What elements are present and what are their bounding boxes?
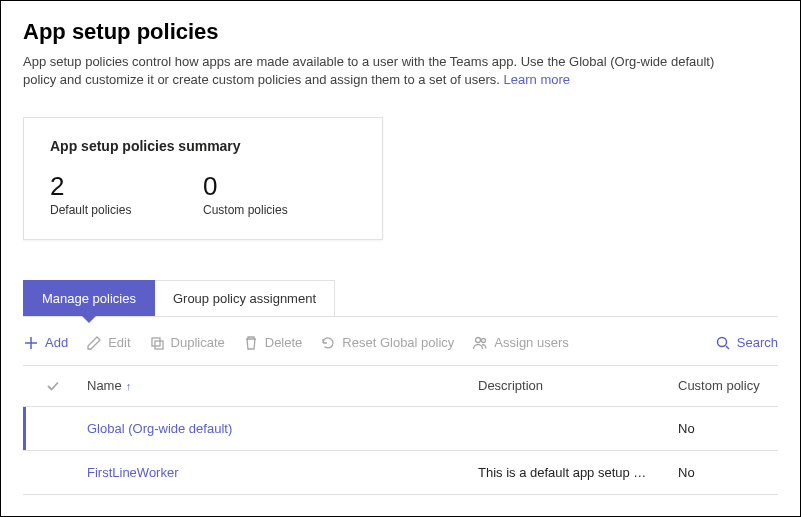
delete-button[interactable]: Delete: [243, 335, 303, 351]
col-name-label: Name: [87, 378, 122, 393]
policy-custom-value: No: [678, 465, 778, 480]
table-row[interactable]: Global (Org-wide default) No: [23, 407, 778, 451]
search-box[interactable]: Search: [715, 335, 778, 351]
tab-manage-policies[interactable]: Manage policies: [23, 280, 155, 316]
edit-label: Edit: [108, 335, 130, 350]
col-description-header[interactable]: Description: [478, 378, 678, 393]
policies-table: Name ↑ Description Custom policy Global …: [23, 366, 778, 495]
summary-default-label: Default policies: [50, 203, 203, 217]
summary-default-count: 2: [50, 172, 203, 201]
summary-default-stat: 2 Default policies: [50, 172, 203, 217]
toolbar: Add Edit Duplicate Delete Reset Global p…: [23, 317, 778, 366]
add-button[interactable]: Add: [23, 335, 68, 351]
summary-title: App setup policies summary: [50, 138, 356, 154]
edit-button[interactable]: Edit: [86, 335, 130, 351]
page-description-text: App setup policies control how apps are …: [23, 54, 714, 87]
policy-name-link[interactable]: Global (Org-wide default): [87, 421, 232, 436]
summary-custom-label: Custom policies: [203, 203, 356, 217]
duplicate-icon: [149, 335, 165, 351]
svg-point-6: [717, 337, 726, 346]
assign-label: Assign users: [494, 335, 568, 350]
plus-icon: [23, 335, 39, 351]
summary-custom-count: 0: [203, 172, 356, 201]
table-header: Name ↑ Description Custom policy: [23, 366, 778, 407]
summary-card: App setup policies summary 2 Default pol…: [23, 117, 383, 240]
col-custom-header[interactable]: Custom policy: [678, 378, 778, 393]
table-row[interactable]: FirstLineWorker This is a default app se…: [23, 451, 778, 495]
svg-point-4: [476, 337, 481, 342]
duplicate-button[interactable]: Duplicate: [149, 335, 225, 351]
users-icon: [472, 335, 488, 351]
page-title: App setup policies: [23, 19, 778, 45]
policy-name-link[interactable]: FirstLineWorker: [87, 465, 179, 480]
policy-custom-value: No: [678, 421, 778, 436]
reset-icon: [320, 335, 336, 351]
pencil-icon: [86, 335, 102, 351]
summary-custom-stat: 0 Custom policies: [203, 172, 356, 217]
add-label: Add: [45, 335, 68, 350]
duplicate-label: Duplicate: [171, 335, 225, 350]
learn-more-link[interactable]: Learn more: [504, 72, 570, 87]
search-icon: [715, 335, 731, 351]
page-description: App setup policies control how apps are …: [23, 53, 743, 89]
tab-group-policy-assignment[interactable]: Group policy assignment: [155, 280, 335, 316]
trash-icon: [243, 335, 259, 351]
svg-rect-3: [155, 341, 163, 349]
search-label: Search: [737, 335, 778, 350]
reset-button[interactable]: Reset Global policy: [320, 335, 454, 351]
select-all-checkbox[interactable]: [23, 378, 83, 394]
col-name-header[interactable]: Name ↑: [83, 378, 478, 393]
assign-users-button[interactable]: Assign users: [472, 335, 568, 351]
delete-label: Delete: [265, 335, 303, 350]
tabs: Manage policies Group policy assignment: [23, 280, 778, 317]
svg-rect-2: [152, 338, 160, 346]
check-icon: [45, 378, 61, 394]
policy-description: This is a default app setup …: [478, 465, 678, 480]
svg-line-7: [726, 346, 729, 349]
reset-label: Reset Global policy: [342, 335, 454, 350]
sort-arrow-icon: ↑: [126, 380, 132, 392]
svg-point-5: [482, 338, 486, 342]
